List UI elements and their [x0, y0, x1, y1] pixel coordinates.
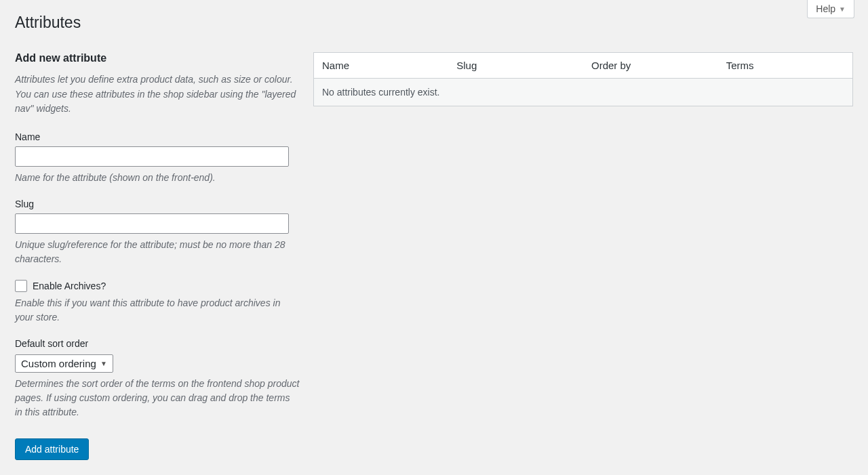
- attributes-table: Name Slug Order by Terms No attributes c…: [313, 52, 853, 106]
- slug-input[interactable]: [15, 213, 289, 234]
- help-tab[interactable]: Help ▼: [807, 0, 854, 18]
- table-empty-message: No attributes currently exist.: [314, 79, 853, 106]
- column-header-slug[interactable]: Slug: [448, 53, 583, 79]
- sort-order-select[interactable]: Custom ordering ▼: [15, 354, 113, 373]
- column-header-name[interactable]: Name: [314, 53, 449, 79]
- page-title: Attributes: [15, 14, 853, 32]
- add-attribute-form: Add new attribute Attributes let you def…: [15, 52, 300, 460]
- slug-label: Slug: [15, 199, 300, 209]
- chevron-down-icon: ▼: [839, 5, 846, 13]
- sort-order-label: Default sort order: [15, 338, 300, 349]
- help-label: Help: [816, 3, 835, 14]
- enable-archives-label: Enable Archives?: [33, 281, 106, 291]
- sort-order-selected: Custom ordering: [21, 358, 96, 369]
- enable-archives-checkbox[interactable]: [15, 280, 27, 292]
- name-input[interactable]: [15, 146, 289, 167]
- column-header-terms[interactable]: Terms: [718, 53, 853, 79]
- add-attribute-button[interactable]: Add attribute: [15, 438, 89, 460]
- sort-order-help: Determines the sort order of the terms o…: [15, 377, 300, 419]
- slug-help: Unique slug/reference for the attribute;…: [15, 238, 300, 266]
- name-help: Name for the attribute (shown on the fro…: [15, 171, 300, 185]
- table-empty-row: No attributes currently exist.: [314, 79, 853, 106]
- form-intro: Attributes let you define extra product …: [15, 73, 300, 117]
- name-label: Name: [15, 131, 300, 142]
- column-header-order-by[interactable]: Order by: [583, 53, 718, 79]
- form-heading: Add new attribute: [15, 52, 300, 64]
- enable-archives-help: Enable this if you want this attribute t…: [15, 296, 300, 325]
- chevron-down-icon: ▼: [100, 360, 107, 367]
